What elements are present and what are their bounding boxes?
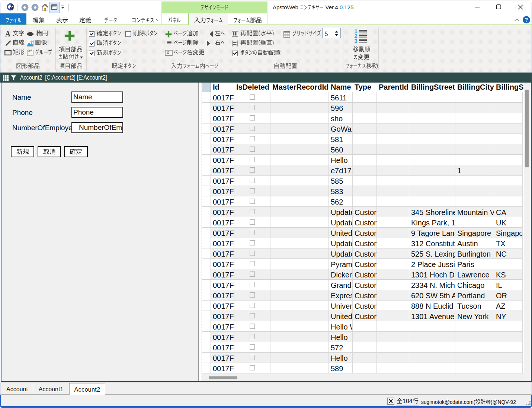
svg-text:X: X: [167, 51, 169, 55]
svg-text:3: 3: [355, 38, 358, 44]
svg-text:XY: XY: [28, 49, 32, 52]
